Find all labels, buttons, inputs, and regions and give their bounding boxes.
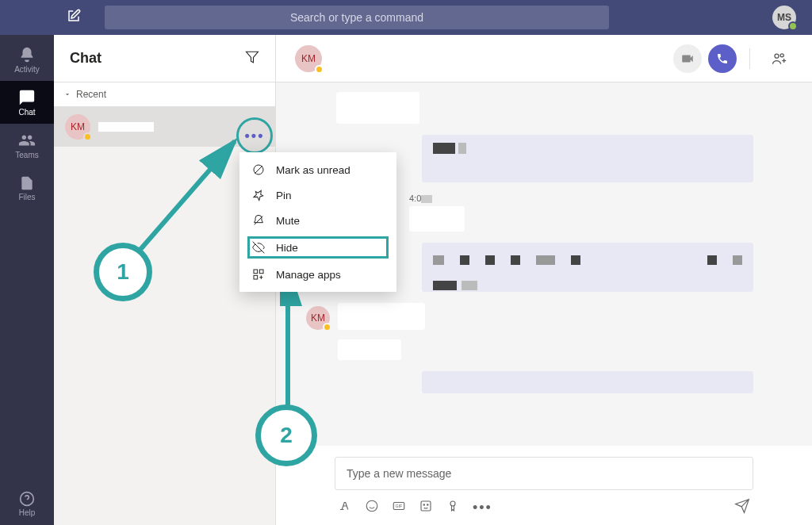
sent-message bbox=[422, 243, 753, 292]
callout-number: 2 bbox=[280, 423, 293, 448]
svg-line-5 bbox=[255, 166, 262, 173]
redacted-text bbox=[536, 255, 555, 265]
svg-point-14 bbox=[775, 54, 779, 58]
message-input[interactable]: Type a new message bbox=[335, 457, 753, 490]
message-content bbox=[338, 303, 425, 360]
avatar-initials: KM bbox=[301, 53, 316, 64]
current-user-avatar[interactable]: MS bbox=[772, 6, 796, 29]
menu-label: Mute bbox=[276, 215, 300, 227]
rail-chat[interactable]: Chat bbox=[0, 81, 54, 124]
rail-label: Teams bbox=[15, 151, 38, 159]
message-block bbox=[422, 135, 793, 182]
message-block bbox=[422, 243, 793, 292]
video-call-button[interactable] bbox=[673, 44, 702, 73]
avatar-initials: MS bbox=[777, 12, 791, 23]
presence-away-icon bbox=[315, 65, 324, 74]
chevron-down-icon bbox=[63, 90, 71, 98]
svg-rect-9 bbox=[259, 270, 263, 274]
more-dots-icon: ••• bbox=[245, 128, 265, 144]
mute-icon bbox=[252, 214, 265, 227]
chat-title: Chat bbox=[70, 50, 245, 67]
menu-mark-unread[interactable]: Mark as unread bbox=[239, 157, 396, 182]
audio-call-button[interactable] bbox=[708, 44, 737, 73]
sent-message bbox=[422, 371, 753, 393]
redacted-text bbox=[511, 255, 520, 265]
redacted-text bbox=[433, 281, 457, 290]
annotation-callout-1: 1 bbox=[94, 243, 152, 301]
rail-teams[interactable]: Teams bbox=[0, 124, 54, 167]
svg-rect-10 bbox=[254, 275, 258, 279]
menu-label: Manage apps bbox=[276, 269, 341, 281]
gif-icon[interactable]: GIF bbox=[392, 499, 406, 516]
redacted-text bbox=[571, 255, 580, 265]
menu-hide[interactable]: Hide bbox=[246, 235, 390, 260]
format-icon[interactable] bbox=[338, 499, 352, 516]
svg-point-15 bbox=[780, 53, 783, 56]
emoji-icon[interactable] bbox=[365, 499, 379, 516]
redacted-text bbox=[733, 255, 742, 265]
message-block bbox=[295, 92, 793, 124]
svg-point-18 bbox=[366, 500, 377, 512]
rail-help[interactable]: Help bbox=[0, 482, 54, 525]
svg-line-3 bbox=[138, 141, 235, 252]
hide-icon bbox=[252, 241, 265, 254]
callout-number: 1 bbox=[117, 259, 129, 285]
presence-away-icon bbox=[323, 323, 331, 331]
pin-icon bbox=[252, 189, 265, 201]
recent-header[interactable]: Recent bbox=[54, 82, 275, 107]
menu-mute[interactable]: Mute bbox=[239, 208, 396, 233]
sticker-icon[interactable] bbox=[419, 499, 433, 516]
add-people-button[interactable] bbox=[764, 44, 793, 73]
redacted-text bbox=[433, 255, 444, 265]
avatar-initials: KM bbox=[71, 121, 85, 132]
svg-point-24 bbox=[423, 504, 425, 506]
top-bar: Search or type a command MS bbox=[0, 0, 812, 35]
rail-files[interactable]: Files bbox=[0, 167, 54, 209]
redacted-text bbox=[462, 281, 477, 290]
message-avatar: KM bbox=[306, 306, 330, 330]
redacted-message bbox=[409, 206, 465, 232]
redacted-text bbox=[433, 143, 455, 154]
redacted-message bbox=[338, 339, 401, 360]
context-menu: Mark as unread Pin Mute Hide Manage apps bbox=[239, 152, 396, 292]
video-icon bbox=[680, 52, 695, 66]
more-options-button[interactable]: ••• bbox=[236, 117, 273, 154]
compose-icon[interactable] bbox=[67, 9, 81, 26]
rail-activity[interactable]: Activity bbox=[0, 38, 54, 81]
phone-icon bbox=[716, 52, 729, 65]
presence-away-icon bbox=[83, 132, 92, 141]
rail-label: Help bbox=[19, 508, 36, 517]
chat-list-header: Chat bbox=[54, 35, 275, 82]
sent-message bbox=[422, 135, 753, 182]
divider bbox=[749, 48, 750, 69]
svg-rect-8 bbox=[254, 270, 258, 274]
recent-label: Recent bbox=[76, 89, 106, 100]
people-add-icon bbox=[771, 51, 787, 67]
message-placeholder: Type a new message bbox=[347, 467, 451, 480]
redacted-text bbox=[460, 255, 469, 265]
redacted-message bbox=[338, 303, 425, 330]
conversation-avatar[interactable]: KM bbox=[295, 45, 322, 72]
annotation-arrow-1 bbox=[135, 135, 254, 262]
menu-label: Pin bbox=[276, 190, 292, 201]
svg-point-26 bbox=[450, 501, 455, 506]
compose-toolbar: GIF ••• bbox=[335, 498, 753, 517]
menu-label: Hide bbox=[276, 242, 298, 254]
praise-icon[interactable] bbox=[446, 499, 460, 516]
redacted-text bbox=[707, 255, 717, 265]
send-button[interactable] bbox=[734, 498, 750, 517]
mark-unread-icon bbox=[252, 163, 265, 176]
search-input[interactable]: Search or type a command bbox=[105, 6, 609, 29]
presence-available-icon bbox=[788, 21, 798, 31]
svg-rect-23 bbox=[421, 501, 431, 511]
message-block bbox=[422, 371, 793, 393]
more-compose-icon[interactable]: ••• bbox=[473, 500, 492, 516]
contact-avatar: KM bbox=[65, 114, 90, 140]
menu-manage-apps[interactable]: Manage apps bbox=[239, 262, 396, 287]
svg-marker-2 bbox=[247, 52, 259, 63]
filter-icon[interactable] bbox=[245, 50, 259, 67]
annotation-callout-2: 2 bbox=[255, 404, 317, 466]
redacted-text bbox=[485, 255, 495, 265]
rail-label: Activity bbox=[14, 65, 40, 74]
menu-pin[interactable]: Pin bbox=[239, 182, 396, 208]
